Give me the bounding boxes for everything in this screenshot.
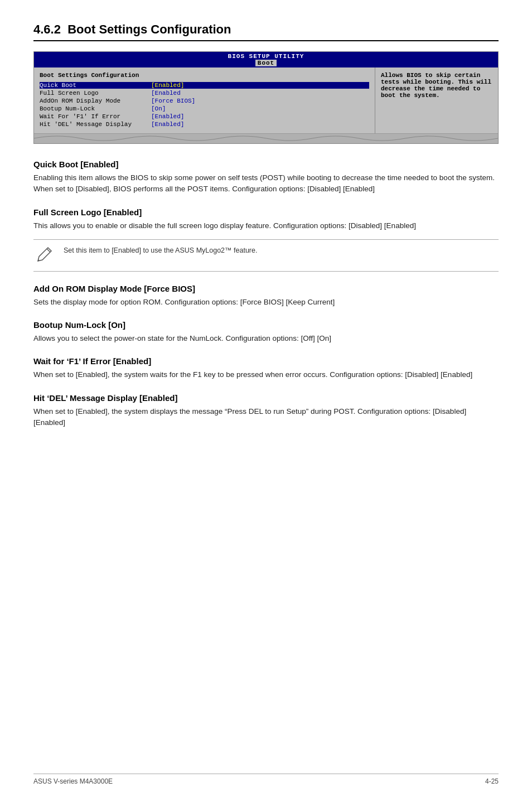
footer-left: ASUS V-series M4A3000E — [33, 777, 113, 785]
content-section-quick-boot: Quick Boot [Enabled]Enabling this item a… — [33, 160, 499, 195]
bios-body: Boot Settings Configuration Quick Boot[E… — [34, 67, 498, 133]
content-section-addon-rom: Add On ROM Display Mode [Force BIOS]Sets… — [33, 284, 499, 308]
subsection-heading: Quick Boot [Enabled] — [33, 160, 499, 169]
bios-menu-item: Bootup Num-Lock[On] — [40, 105, 369, 112]
page-section-heading: 4.6.2 Boot Settings Configuration — [33, 22, 499, 41]
content-section-full-screen-logo: Full Screen Logo [Enabled]This allows yo… — [33, 207, 499, 272]
bios-menu-value: [Force BIOS] — [151, 98, 195, 104]
subsection-body: Sets the display mode for option ROM. Co… — [33, 297, 499, 308]
bios-menu-value: [Enabled] — [151, 121, 184, 128]
bios-menu-value: [Enabled — [151, 90, 181, 96]
bios-menu-label: AddOn ROM Display Mode — [40, 98, 151, 104]
bios-menu-value: [Enabled] — [151, 113, 184, 120]
bios-right-panel: Allows BIOS to skip certain tests while … — [375, 67, 498, 133]
bios-title: BIOS SETUP UTILITY — [228, 53, 304, 60]
subsection-heading: Bootup Num-Lock [On] — [33, 320, 499, 330]
bios-menu-value: [On] — [151, 105, 166, 112]
note-icon — [33, 244, 56, 267]
content-section-bootup-numlock: Bootup Num-Lock [On]Allows you to select… — [33, 320, 499, 344]
bios-menu-label: Hit 'DEL' Message Display — [40, 121, 151, 128]
bios-subtitle: Boot — [255, 60, 277, 66]
bios-menu-label: Quick Boot — [40, 82, 151, 89]
subsection-body: Enabling this item allows the BIOS to sk… — [33, 172, 499, 195]
bios-menu-item: AddOn ROM Display Mode[Force BIOS] — [40, 98, 369, 104]
bios-menu-item: Quick Boot[Enabled] — [40, 82, 369, 89]
subsection-heading: Hit ‘DEL’ Message Display [Enabled] — [33, 393, 499, 403]
footer-right: 4-25 — [485, 777, 499, 785]
note-text: Set this item to [Enabled] to use the AS… — [64, 244, 257, 254]
bios-title-bar: BIOS SETUP UTILITY Boot — [34, 52, 498, 67]
subsection-body: When set to [Enabled], the system waits … — [33, 369, 499, 380]
subsection-heading: Add On ROM Display Mode [Force BIOS] — [33, 284, 499, 293]
subsection-body: When set to [Enabled], the system displa… — [33, 406, 499, 429]
page-footer: ASUS V-series M4A3000E 4-25 — [33, 774, 499, 785]
bios-menu-item: Full Screen Logo[Enabled — [40, 90, 369, 96]
subsection-heading: Full Screen Logo [Enabled] — [33, 207, 499, 217]
wave-svg — [34, 134, 498, 143]
bios-menu: Quick Boot[Enabled]Full Screen Logo[Enab… — [40, 82, 369, 128]
section-title: Boot Settings Configuration — [67, 22, 231, 36]
subsection-body: This allows you to enable or disable the… — [33, 220, 499, 231]
subsection-body: Allows you to select the power-on state … — [33, 333, 499, 344]
note-box: Set this item to [Enabled] to use the AS… — [33, 239, 499, 272]
bios-menu-value: [Enabled] — [151, 82, 184, 89]
content-section-hit-del: Hit ‘DEL’ Message Display [Enabled]When … — [33, 393, 499, 429]
bios-wave-bottom — [34, 133, 498, 143]
content-sections: Quick Boot [Enabled]Enabling this item a… — [33, 160, 499, 428]
bios-menu-label: Wait For 'F1' If Error — [40, 113, 151, 120]
bios-screenshot: BIOS SETUP UTILITY Boot Boot Settings Co… — [33, 51, 499, 144]
bios-help-text: Allows BIOS to skip certain tests while … — [381, 72, 491, 99]
bios-left-panel: Boot Settings Configuration Quick Boot[E… — [34, 67, 375, 133]
subsection-heading: Wait for ‘F1’ If Error [Enabled] — [33, 356, 499, 366]
content-section-wait-f1: Wait for ‘F1’ If Error [Enabled]When set… — [33, 356, 499, 380]
bios-menu-item: Wait For 'F1' If Error[Enabled] — [40, 113, 369, 120]
bios-menu-label: Full Screen Logo — [40, 90, 151, 96]
bios-section-title: Boot Settings Configuration — [40, 72, 369, 79]
section-number: 4.6.2 — [33, 22, 61, 36]
bios-menu-item: Hit 'DEL' Message Display[Enabled] — [40, 121, 369, 128]
bios-menu-label: Bootup Num-Lock — [40, 105, 151, 112]
